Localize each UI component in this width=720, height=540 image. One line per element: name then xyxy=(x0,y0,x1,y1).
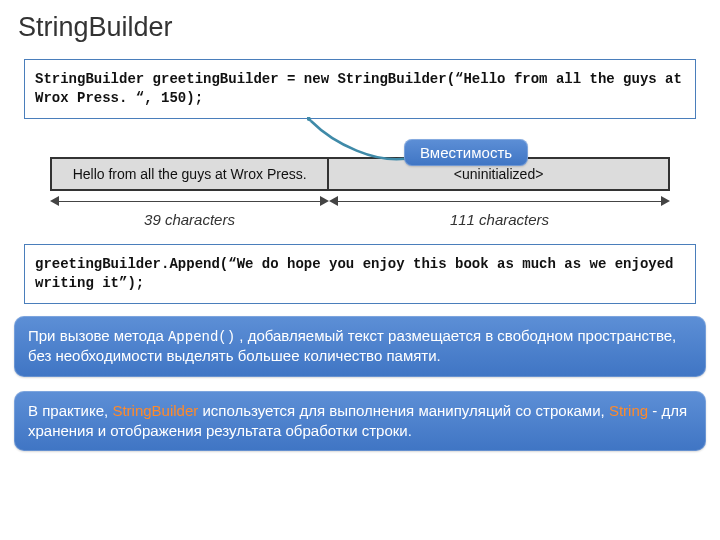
info2-stringbuilder: StringBuilder xyxy=(112,402,198,419)
capacity-badge: Вместимость xyxy=(404,139,528,166)
info1-method-name: Append() xyxy=(168,329,235,345)
left-count-label: 39 characters xyxy=(144,211,235,228)
info2-p1a: В практике, xyxy=(28,402,112,419)
code-block-constructor: StringBuilder greetingBuilder = new Stri… xyxy=(24,59,696,119)
buffer-diagram: Hello from all the guys at Wrox Press. <… xyxy=(50,157,670,228)
info-practice-note: В практике, StringBuilder используется д… xyxy=(14,391,706,452)
buffer-initialized-segment: Hello from all the guys at Wrox Press. xyxy=(52,159,329,189)
buffer-row: Hello from all the guys at Wrox Press. <… xyxy=(50,157,670,191)
right-extent: 111 characters xyxy=(329,195,670,228)
info2-string: String xyxy=(609,402,648,419)
code-block-append: greetingBuilder.Append(“We do hope you e… xyxy=(24,244,696,304)
page-title: StringBuilder xyxy=(0,0,720,53)
info-append-explanation: При вызове метода Append() , добавляемый… xyxy=(14,316,706,377)
double-arrow-icon xyxy=(329,197,670,207)
info2-p1c: используется для выполнения манипуляций … xyxy=(198,402,609,419)
left-extent: 39 characters xyxy=(50,195,329,228)
double-arrow-icon xyxy=(50,197,329,207)
info1-prefix: При вызове метода xyxy=(28,327,168,344)
right-count-label: 111 characters xyxy=(450,211,549,228)
